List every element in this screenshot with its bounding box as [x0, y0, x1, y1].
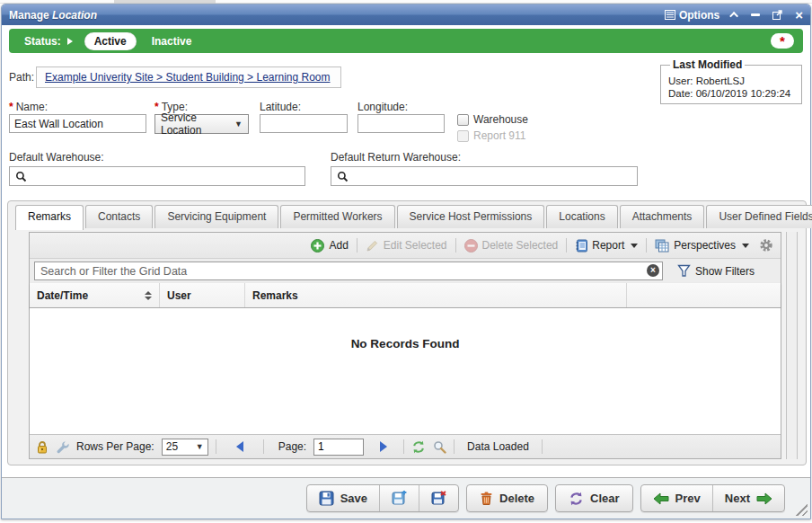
clear-refresh-icon — [569, 492, 584, 506]
tab-service-host-permissions[interactable]: Service Host Permissions — [397, 205, 545, 228]
show-filters-button[interactable]: Show Filters — [677, 264, 755, 278]
delete-button[interactable]: Delete — [466, 484, 548, 512]
detail-tab-panel: Remarks Contacts Servicing Equipment Per… — [7, 200, 807, 465]
magnifier-icon — [433, 440, 446, 454]
warehouse-label: Warehouse — [473, 113, 528, 126]
type-dropdown[interactable]: Service Location ▼ — [154, 114, 249, 134]
previous-page-button[interactable] — [236, 441, 243, 452]
save-and-add-button[interactable] — [380, 485, 419, 511]
arrow-left-icon — [653, 492, 669, 505]
tab-permitted-workers[interactable]: Permitted Workers — [280, 205, 394, 228]
status-bar: Status: Active Inactive * — [9, 29, 803, 53]
close-icon: × — [795, 8, 803, 22]
rows-per-page-value: 25 — [166, 440, 178, 453]
report-menu-button[interactable]: Report — [575, 239, 638, 253]
refresh-icon — [411, 440, 426, 454]
longitude-label: Longitude: — [357, 101, 408, 113]
column-header-remarks[interactable]: Remarks — [245, 283, 627, 307]
perspectives-icon — [655, 239, 669, 253]
delete-selected-button[interactable]: Delete Selected — [464, 239, 559, 253]
report911-label: Report 911 — [473, 129, 525, 142]
type-selected-value: Service Location — [161, 111, 229, 137]
popout-icon — [772, 10, 782, 20]
report911-checkbox-row: Report 911 — [457, 129, 525, 142]
lock-columns-button[interactable] — [36, 440, 49, 454]
grid-status-text: Data Loaded — [467, 440, 529, 453]
options-label: Options — [679, 9, 719, 22]
grid-search-input[interactable] — [34, 262, 663, 280]
grid-settings-button[interactable] — [759, 238, 773, 253]
window-title: Manage Location — [9, 9, 97, 22]
tab-locations[interactable]: Locations — [546, 205, 617, 228]
default-warehouse-lookup[interactable] — [9, 166, 305, 186]
required-indicator-badge[interactable]: * — [771, 33, 794, 49]
page-label: Page: — [278, 440, 306, 453]
tab-attachments[interactable]: Attachments — [620, 205, 705, 228]
page-number-input[interactable] — [313, 439, 364, 456]
default-return-warehouse-lookup[interactable] — [331, 166, 638, 186]
footer-action-bar: Save Delete Clear Prev Next — [2, 477, 810, 519]
column-header-datetime[interactable]: Date/Time — [30, 283, 160, 307]
pager-separator — [403, 439, 404, 454]
toolbar-separator — [566, 238, 567, 253]
report911-checkbox — [457, 130, 469, 142]
status-active-toggle[interactable]: Active — [84, 32, 137, 50]
edit-pencil-icon — [366, 239, 379, 253]
sort-icon — [145, 291, 152, 300]
edit-selected-button[interactable]: Edit Selected — [366, 239, 447, 253]
prev-button[interactable]: Prev — [641, 485, 713, 511]
tab-user-defined-fields[interactable]: User Defined Fields — [706, 205, 812, 228]
save-disk-icon — [319, 491, 334, 506]
last-modified-panel: Last Modified User: RobertLSJ Date: 06/1… — [660, 58, 802, 104]
grid-toolbar: Add Edit Selected Delete Selected Report — [30, 233, 781, 259]
close-button[interactable]: × — [795, 8, 803, 22]
grid-body: No Records Found — [30, 308, 781, 434]
chevron-up-icon — [729, 12, 738, 21]
add-button[interactable]: Add — [311, 239, 348, 253]
clear-button[interactable]: Clear — [555, 484, 633, 512]
rows-per-page-dropdown[interactable]: 25 ▼ — [162, 439, 208, 456]
minimize-button[interactable] — [751, 13, 760, 16]
next-button[interactable]: Next — [713, 485, 784, 511]
collapse-button[interactable] — [732, 12, 738, 18]
latitude-label: Latitude: — [260, 101, 301, 113]
popout-button[interactable] — [772, 10, 782, 20]
next-page-button[interactable] — [380, 441, 387, 452]
pager-separator — [263, 439, 264, 454]
breadcrumb[interactable]: Example Univerity Site > Student Buildin… — [45, 71, 331, 84]
last-modified-user: User: RobertLSJ — [668, 75, 794, 86]
name-field[interactable] — [9, 114, 146, 133]
path-breadcrumb-box: Example Univerity Site > Student Buildin… — [36, 66, 341, 88]
save-add-icon — [392, 491, 407, 506]
latitude-field[interactable] — [260, 114, 348, 133]
zoom-grid-button[interactable] — [433, 440, 446, 454]
options-button[interactable]: Options — [665, 9, 719, 22]
refresh-grid-button[interactable] — [411, 440, 426, 454]
titlebar: Manage Location Options × — [2, 4, 810, 25]
toolbar-separator — [357, 238, 357, 253]
default-warehouse-label: Default Warehouse: — [9, 151, 104, 164]
last-modified-title: Last Modified — [670, 58, 745, 71]
save-and-close-button[interactable] — [419, 485, 458, 511]
grid-side-scroll-strip[interactable] — [786, 232, 798, 459]
tab-remarks[interactable]: Remarks — [15, 205, 84, 230]
toolbar-separator — [455, 238, 456, 253]
grid-pager: Rows Per Page: 25 ▼ Page: — [30, 434, 781, 458]
status-label: Status: — [24, 35, 61, 48]
perspectives-menu-button[interactable]: Perspectives — [655, 239, 749, 253]
grid-search-row: × Show Filters — [30, 259, 781, 283]
column-header-user[interactable]: User — [160, 283, 245, 307]
chevron-down-icon: ▼ — [196, 442, 204, 451]
grid-tools-button[interactable] — [56, 440, 69, 454]
warehouse-checkbox[interactable] — [457, 114, 469, 126]
chevron-down-icon: ▼ — [234, 120, 243, 129]
status-inactive-toggle[interactable]: Inactive — [152, 35, 192, 48]
longitude-field[interactable] — [357, 114, 445, 133]
save-button[interactable]: Save — [307, 485, 380, 511]
clear-search-icon[interactable]: × — [647, 264, 659, 277]
tab-servicing-equipment[interactable]: Servicing Equipment — [154, 205, 278, 228]
pager-separator — [454, 439, 455, 454]
required-asterisk: * — [154, 101, 159, 113]
tab-contacts[interactable]: Contacts — [85, 205, 153, 228]
name-label: *Name: — [9, 101, 48, 113]
